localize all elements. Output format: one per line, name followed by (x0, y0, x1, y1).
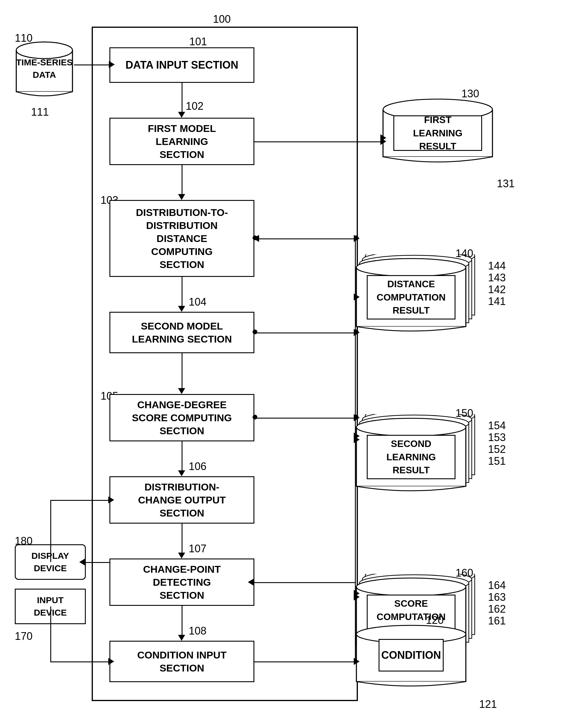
change-point-box: CHANGE-POINTDETECTINGSECTION (109, 558, 254, 606)
arrow-id-h (50, 661, 86, 662)
ref-141: 141 (488, 295, 506, 308)
arrow-cd-sr (254, 418, 355, 419)
arrowhead-cd-dco (178, 470, 185, 476)
ref-164: 164 (488, 579, 506, 592)
change-degree-box: CHANGE-DEGREESCORE COMPUTINGSECTION (109, 394, 254, 441)
ref-153: 153 (488, 431, 506, 444)
arrowhead-ts-dis (109, 61, 115, 68)
ref-108: 108 (189, 625, 207, 637)
second-model-box: SECOND MODELLEARNING SECTION (109, 312, 254, 353)
first-model-box: FIRST MODELLEARNINGSECTION (109, 118, 254, 165)
ref-100: 100 (213, 13, 231, 25)
data-input-label: DATA INPUT SECTION (125, 58, 238, 72)
ref-111: 111 (31, 106, 49, 118)
first-learning-result-cylinder: FIRSTLEARNINGRESULT (381, 95, 494, 173)
arrow-fm-flr (254, 141, 381, 142)
arrow-ts-to-dis (74, 64, 109, 66)
ref-144: 144 (488, 260, 506, 272)
ref-101: 101 (189, 35, 207, 48)
arrowhead-dtd-sm (178, 306, 185, 312)
arrow-id-v2 (50, 624, 51, 661)
arrowhead-fm-dtd (178, 194, 185, 200)
condition-label: CONDITION (381, 649, 441, 661)
arrowhead-flr2 (380, 134, 386, 141)
ref-107: 107 (189, 543, 207, 555)
arrow-dco-cp (182, 524, 183, 553)
condition-input-box: CONDITION INPUTSECTION (109, 641, 254, 682)
arrowhead-distance (354, 293, 360, 301)
ref-151: 151 (488, 455, 506, 467)
ref-102: 102 (186, 100, 204, 112)
ref-121: 121 (479, 698, 497, 710)
ref-160: 160 (455, 567, 473, 579)
arrow-cd-dco (182, 441, 183, 471)
arrowhead-dco-cp (178, 552, 185, 558)
arrowhead-ci-cond (354, 658, 360, 665)
ref-150: 150 (455, 407, 473, 419)
ref-143: 143 (488, 271, 506, 284)
arrow-fm-dtd (182, 165, 183, 194)
arrow-id-ci (86, 661, 109, 662)
ref-161: 161 (488, 615, 506, 627)
arrow-left-v (50, 500, 51, 562)
ref-104: 104 (189, 296, 207, 308)
diagram: 100 TIME-SERIESDATA 110 111 DATA INPUT S… (0, 0, 580, 728)
arrow-dtd-sm (182, 277, 183, 307)
arrow-ci-cond (254, 661, 355, 662)
ref-142: 142 (488, 283, 506, 296)
distance-result-label: DISTANCECOMPUTATIONRESULT (376, 278, 445, 317)
arrowhead-cp-dd (79, 558, 85, 566)
arrowhead-cp-ci (178, 635, 185, 641)
junction-dot-dtd2 (253, 235, 257, 240)
first-learning-result-label: FIRSTLEARNINGRESULT (413, 113, 462, 153)
junction-dot-sm (354, 330, 359, 334)
dist-to-dist-box: DISTRIBUTION-TO-DISTRIBUTIONDISTANCECOMP… (109, 200, 254, 277)
condition-input-label: CONDITION INPUTSECTION (137, 648, 227, 674)
arrow-sm-slr (254, 333, 355, 333)
ref-162: 162 (488, 603, 506, 615)
ref-170: 170 (15, 630, 32, 643)
svg-point-16 (357, 259, 466, 276)
ref-106: 106 (189, 460, 207, 473)
second-learning-result-label: SECONDLEARNINGRESULT (386, 437, 436, 477)
arrow-dis-fm (182, 83, 183, 112)
ref-152: 152 (488, 443, 506, 456)
ref-120: 120 (426, 614, 444, 627)
ref-163: 163 (488, 591, 506, 603)
arrow-cp-dd (86, 562, 109, 563)
arrow-cond-cp (254, 582, 355, 583)
data-input-section-box: DATA INPUT SECTION (109, 47, 254, 83)
ref-130: 130 (462, 87, 479, 100)
junction-dot-cd (354, 415, 359, 419)
arrowhead-sm-cd (178, 388, 185, 394)
arrow-left-h-top (50, 500, 109, 501)
junction-dot-dtd (354, 235, 359, 240)
svg-point-26 (357, 418, 466, 436)
arrowhead-score-r (354, 590, 360, 597)
ref-180: 180 (15, 535, 32, 547)
arrowhead-id-ci (108, 658, 114, 665)
ref-131: 131 (497, 178, 515, 190)
second-model-label: SECOND MODELLEARNING SECTION (132, 319, 232, 345)
change-point-label: CHANGE-POINTDETECTINGSECTION (143, 563, 221, 602)
arrow-sm-cd (182, 353, 183, 389)
dist-change-output-box: DISTRIBUTION-CHANGE OUTPUTSECTION (109, 476, 254, 524)
first-model-label: FIRST MODELLEARNINGSECTION (148, 122, 216, 161)
dist-change-output-label: DISTRIBUTION-CHANGE OUTPUTSECTION (138, 480, 226, 520)
ref-154: 154 (488, 419, 506, 432)
junction-dot-sm2 (253, 330, 257, 334)
svg-point-36 (357, 578, 466, 596)
ref-110: 110 (15, 32, 32, 44)
arrowhead-cond-cp (248, 579, 254, 586)
change-degree-label: CHANGE-DEGREESCORE COMPUTINGSECTION (132, 398, 232, 438)
junction-dot-cd2 (253, 415, 257, 419)
arrowhead-left-dco (108, 496, 114, 503)
arrowhead-second-lr (354, 433, 360, 440)
time-series-data-cylinder: TIME-SERIESDATA (15, 38, 74, 105)
arrowhead-dis-fm (178, 112, 185, 118)
dist-to-dist-label: DISTRIBUTION-TO-DISTRIBUTIONDISTANCECOMP… (136, 206, 228, 271)
ref-140: 140 (455, 247, 473, 260)
arrow-dtd-trunk (254, 238, 355, 239)
time-series-label: TIME-SERIESDATA (16, 57, 73, 80)
arrow-cp-ci (182, 606, 183, 635)
